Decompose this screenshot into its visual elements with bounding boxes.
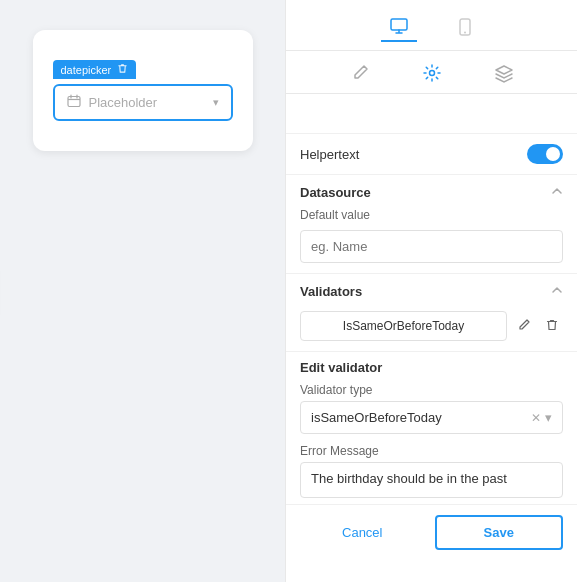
validators-collapse-icon[interactable] [551, 284, 563, 299]
tool-tabs [286, 51, 577, 94]
helpertext-label: Helpertext [300, 147, 359, 162]
datepicker-inner: Placeholder [67, 94, 158, 111]
tool-tab-layers[interactable] [488, 61, 520, 85]
error-message-label: Error Message [300, 444, 563, 458]
datasource-label: Datasource [300, 185, 371, 200]
select-chevron-icon: ▾ [545, 410, 552, 425]
top-input-area [286, 94, 577, 134]
tool-tab-gear[interactable] [416, 61, 448, 85]
svg-rect-1 [391, 19, 407, 30]
panel-content: Helpertext Datasource Default value Vali… [286, 94, 577, 582]
validator-type-value: isSameOrBeforeToday [311, 410, 442, 425]
helpertext-row: Helpertext [286, 134, 577, 175]
cancel-button[interactable]: Cancel [300, 515, 425, 550]
datepicker-label-tag: datepicker [53, 60, 137, 79]
default-value-label: Default value [286, 206, 577, 226]
svg-rect-0 [68, 97, 80, 107]
device-tab-desktop[interactable] [381, 12, 417, 42]
validators-label: Validators [300, 284, 362, 299]
default-value-input[interactable] [300, 230, 563, 263]
clear-select-icon[interactable]: ✕ [531, 411, 541, 425]
datepicker-placeholder: Placeholder [89, 95, 158, 110]
datepicker-widget[interactable]: Placeholder ▾ [53, 84, 233, 121]
delete-validator-icon[interactable] [541, 314, 563, 339]
right-panel: Helpertext Datasource Default value Vali… [285, 0, 577, 582]
svg-point-3 [464, 32, 466, 34]
datasource-header: Datasource [286, 175, 577, 206]
datepicker-tag-text: datepicker [61, 64, 112, 76]
validators-header: Validators [286, 273, 577, 307]
validator-type-select[interactable]: isSameOrBeforeToday ✕ ▾ [300, 401, 563, 434]
validator-chip-row: IsSameOrBeforeToday [286, 307, 577, 351]
device-tab-mobile[interactable] [447, 12, 483, 42]
error-message-input[interactable]: The birthday should be in the past [300, 462, 563, 498]
canvas-area: datepicker Placeholde [0, 0, 285, 582]
tool-tab-pencil[interactable] [344, 61, 376, 85]
toggle-knob [546, 147, 560, 161]
datasource-collapse-icon[interactable] [551, 185, 563, 200]
device-tabs [286, 0, 577, 51]
edit-validator-section: Edit validator Validator type isSameOrBe… [286, 351, 577, 504]
canvas-card: datepicker Placeholde [33, 30, 253, 151]
select-icons: ✕ ▾ [531, 410, 552, 425]
footer-buttons: Cancel Save [286, 504, 577, 562]
delete-datepicker-icon[interactable] [117, 63, 128, 76]
validator-chip: IsSameOrBeforeToday [300, 311, 507, 341]
edit-validator-icon[interactable] [513, 314, 535, 339]
calendar-icon [67, 94, 81, 111]
helpertext-toggle[interactable] [527, 144, 563, 164]
validator-type-label: Validator type [300, 383, 563, 397]
top-input-field[interactable] [298, 102, 565, 125]
svg-point-4 [429, 71, 434, 76]
edit-validator-title: Edit validator [300, 360, 563, 375]
save-button[interactable]: Save [435, 515, 564, 550]
chevron-down-icon: ▾ [213, 96, 219, 109]
